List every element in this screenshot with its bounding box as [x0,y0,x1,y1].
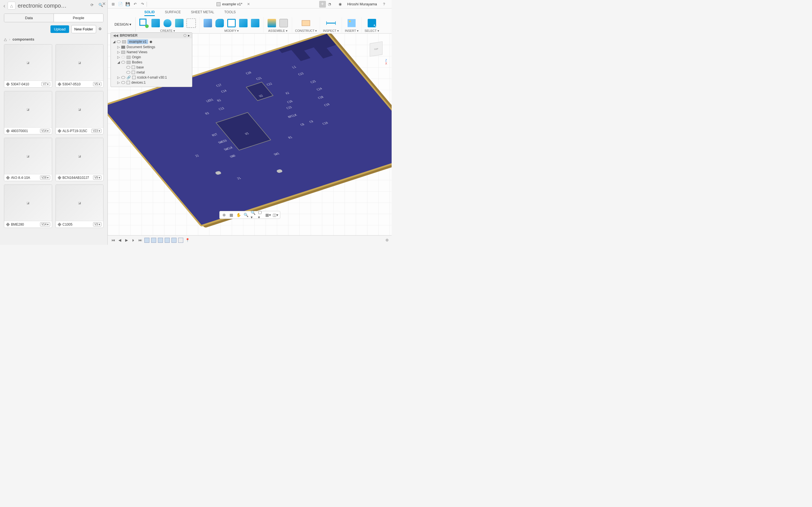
timeline-start-icon[interactable]: ⏮ [110,238,116,243]
help-icon[interactable]: ? [380,1,388,8]
tree-named-views[interactable]: ▷Named Views [112,50,191,55]
project-title: erectronic compo… [18,3,88,9]
viewcube[interactable]: TOP [366,39,386,59]
svg-point-1 [145,24,149,28]
breadcrumb[interactable]: △ › components [0,36,107,44]
timeline-end-icon[interactable]: ⏭ [138,238,143,243]
extrude-icon[interactable] [150,18,161,29]
tree-bodies[interactable]: ◢Bodies [112,60,191,65]
measure-icon[interactable] [326,18,336,29]
version-badge[interactable]: V28 ▾ [40,175,50,180]
tree-body-base[interactable]: base [112,65,191,70]
extensions-icon[interactable]: ◔ [326,1,333,8]
tree-document-settings[interactable]: ▷Document Settings [112,45,191,50]
back-icon[interactable]: ‹ [3,3,5,9]
version-badge[interactable]: V7 ▾ [42,82,50,86]
insert-icon[interactable] [346,18,357,29]
press-pull-icon[interactable] [202,18,213,29]
timeline-feature[interactable] [144,238,149,243]
new-folder-button[interactable]: New Folder [71,25,96,33]
document-title: example v1* [222,2,243,6]
workspace-menu[interactable]: DESIGN ▾ [110,17,136,32]
tab-people[interactable]: People [54,14,103,22]
hole-icon[interactable] [174,18,185,29]
fillet-icon[interactable] [214,18,225,29]
component-thumbnail[interactable]: ◪ BME280 V14 ▾ [4,184,52,228]
zoom-icon[interactable]: 🔍 [243,212,249,218]
browser-back-icon[interactable]: ◀◀ [113,34,118,38]
form-icon[interactable] [186,18,197,29]
ribbon-tab-solid[interactable]: SOLID [144,10,155,16]
close-panel-icon[interactable]: ✕ [102,1,106,6]
tree-component-devices[interactable]: ▷devices:1 [112,80,191,85]
undo-icon[interactable]: ↶ [132,1,139,8]
save-icon[interactable]: 💾 [124,1,132,8]
move-icon[interactable] [250,18,260,29]
apps-grid-icon[interactable]: ⊞ [109,1,117,8]
upload-button[interactable]: Upload [50,25,69,33]
component-thumbnail[interactable]: ◪ ALS-PT19-315C V23 ▾ [56,91,104,134]
orbit-icon[interactable]: ⊕ [221,212,227,218]
ribbon-tab-surface[interactable]: SURFACE [165,10,181,16]
breadcrumb-current: components [12,37,34,41]
version-badge[interactable]: V14 ▾ [40,129,50,133]
version-badge[interactable]: V23 ▾ [91,129,101,133]
component-thumbnail[interactable]: ◪ C1005 V3 ▾ [56,184,104,228]
tree-root[interactable]: ◢example v1◉ [112,39,191,45]
document-tab[interactable]: example v1* ✕ [147,2,319,6]
timeline-feature[interactable] [171,238,176,243]
component-thumbnail[interactable]: ◪ BCN164AB102J7 V9 ▾ [56,138,104,181]
grid-settings-icon[interactable]: ▦▾ [265,212,271,218]
as-built-joint-icon[interactable] [278,18,289,29]
select-icon[interactable] [366,18,377,29]
timeline-feature[interactable] [165,238,170,243]
ribbon-tab-sheet-metal[interactable]: SHEET METAL [191,10,214,16]
display-settings-icon[interactable]: 🖵▾ [258,212,264,218]
user-name[interactable]: Hiroshi Murayama [347,2,377,6]
tree-body-metal[interactable]: metal [112,70,191,75]
project-logo-icon[interactable]: △ [8,2,15,10]
pan-icon[interactable]: ✋ [236,212,242,218]
timeline-prev-icon[interactable]: ◀ [117,238,122,243]
version-badge[interactable]: V5 ▾ [93,82,101,86]
timeline-next-icon[interactable]: ⏵ [131,238,136,243]
thumbnail-preview: ◪ [4,185,52,221]
version-badge[interactable]: V9 ▾ [93,175,101,180]
version-badge[interactable]: V14 ▾ [40,222,50,226]
cube-icon [6,82,10,86]
ribbon-tab-tools[interactable]: TOOLS [224,10,236,16]
sketch-icon[interactable] [139,18,149,29]
refresh-icon[interactable]: ⟳ [91,3,96,8]
timeline-feature[interactable] [151,238,156,243]
close-tab-icon[interactable]: ✕ [247,2,250,6]
cube-icon [6,129,10,133]
component-thumbnail[interactable]: ◪ 480370001 V14 ▾ [4,91,52,134]
tab-data[interactable]: Data [4,14,54,22]
timeline-feature[interactable] [178,238,183,243]
tree-component-rcstick[interactable]: ▷🔗rcstick-f-small v30:1 [112,75,191,80]
combine-icon[interactable] [238,18,249,29]
revolve-icon[interactable] [162,18,173,29]
viewports-icon[interactable]: ◫▾ [273,212,278,218]
redo-icon[interactable]: ↷ [139,1,146,8]
timeline-feature[interactable] [158,238,163,243]
tree-origin[interactable]: ▷Origin [112,55,191,60]
construct-plane-icon[interactable] [301,18,311,29]
fit-icon[interactable]: 🔍▾ [251,212,256,218]
file-icon[interactable]: 📄 [117,1,124,8]
new-tab-button[interactable]: + [319,1,326,8]
component-thumbnail[interactable]: ◪ AV2-8.4-10A V28 ▾ [4,138,52,181]
thumbnail-preview: ◪ [4,45,52,80]
panel-settings-icon[interactable]: ⚙ [98,27,103,32]
browser-collapse-icon[interactable] [184,34,186,37]
timeline-settings-icon[interactable]: ⚙ [386,238,389,242]
look-at-icon[interactable]: ▦ [229,212,234,218]
joint-icon[interactable] [266,18,277,29]
version-badge[interactable]: V3 ▾ [93,222,101,226]
component-thumbnail[interactable]: ◪ 53047-0510 V5 ▾ [56,44,104,88]
shell-icon[interactable] [226,18,237,29]
timeline-play-icon[interactable]: ▶ [124,238,129,243]
timeline-marker-icon[interactable]: 📍 [185,238,190,243]
job-status-icon[interactable]: ◉ [337,1,344,8]
component-thumbnail[interactable]: ◪ 53047-0410 V7 ▾ [4,44,52,88]
